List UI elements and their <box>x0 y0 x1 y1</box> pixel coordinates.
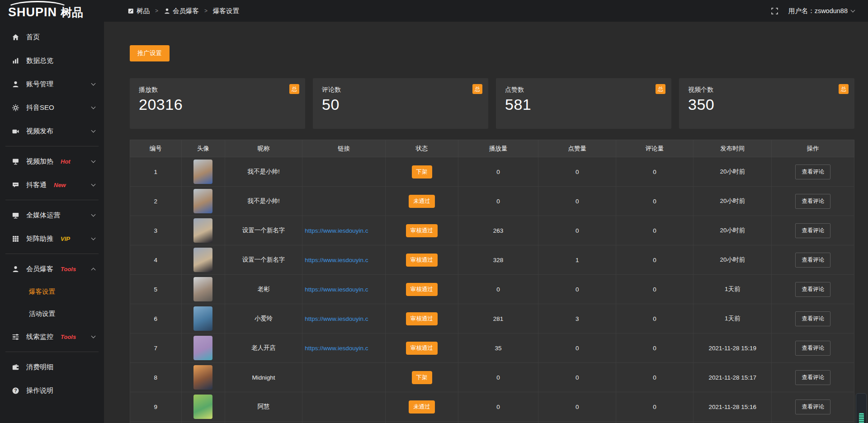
topbar-right: 用户名： zswodun88 <box>771 7 868 15</box>
sidebar-item-label: 会员爆客 <box>26 265 53 273</box>
breadcrumb-separator: > <box>204 8 208 14</box>
likes-count <box>538 422 616 423</box>
status-badge[interactable]: 审核通过 <box>406 224 438 237</box>
status-badge[interactable]: 下架 <box>412 165 432 179</box>
status-badge[interactable]: 审核通过 <box>406 342 438 355</box>
view-comments-button[interactable]: 查看评论 <box>795 400 830 414</box>
fullscreen-icon[interactable] <box>771 7 778 15</box>
row-id <box>130 422 182 423</box>
sidebar-item-视频加热[interactable]: 视频加热 Hot <box>0 150 104 173</box>
view-comments-button[interactable]: 查看评论 <box>795 370 830 385</box>
sidebar-item-抖客通[interactable]: 抖客通 New <box>0 173 104 197</box>
video-link[interactable]: https://www.iesdouyin.c <box>305 257 384 263</box>
svg-text:?: ? <box>14 388 17 393</box>
sidebar-item-label: 视频发布 <box>26 127 53 136</box>
sidebar-item-操作说明[interactable]: ? 操作说明 <box>0 379 104 402</box>
plays-count: 263 <box>458 216 538 245</box>
column-header: 状态 <box>386 140 458 157</box>
plays-count: 0 <box>458 275 538 304</box>
view-comments-button[interactable]: 查看评论 <box>795 223 830 238</box>
sidebar-item-数据总览[interactable]: 数据总览 <box>0 49 104 72</box>
column-header: 链接 <box>302 140 386 157</box>
avatar <box>193 306 212 331</box>
promotion-settings-button[interactable]: 推广设置 <box>130 45 170 61</box>
view-comments-button[interactable]: 查看评论 <box>795 253 830 268</box>
sidebar-item-label: 首页 <box>26 33 40 42</box>
table-row: 2 我不是小帅! 未通过 0 0 0 20小时前 查看评论 <box>130 187 854 216</box>
stat-label: 视频个数 <box>688 86 845 94</box>
logo-arc <box>6 1 69 16</box>
video-link[interactable]: https://www.iesdouyin.c <box>305 315 384 322</box>
chevron-down-icon <box>91 105 96 109</box>
chevron-down-icon <box>91 81 96 86</box>
sidebar-item-全媒体运营[interactable]: 全媒体运营 <box>0 203 104 227</box>
sidebar-item-线索监控[interactable]: 线索监控 Tools <box>0 325 104 348</box>
sidebar-item-抖音SEO[interactable]: 抖音SEO <box>0 96 104 119</box>
stat-label: 评论数 <box>322 86 479 94</box>
breadcrumb-separator: > <box>155 8 158 14</box>
table-row: 6 小爱玲 https://www.iesdouyin.c 审核通过 281 3… <box>130 304 854 334</box>
video-link[interactable]: https://www.iesdouyin.c <box>305 227 384 234</box>
breadcrumb-item-section[interactable]: 会员爆客 <box>164 7 199 15</box>
publish-time: 2021-11-28 15:19 <box>693 334 772 363</box>
sidebar-item-label: 操作说明 <box>26 386 53 395</box>
brand-logo[interactable]: SHUPIN 树品 <box>0 0 104 22</box>
avatar <box>193 218 212 243</box>
chevron-down-icon <box>91 236 96 240</box>
chevron-down-icon <box>91 334 96 338</box>
sidebar-item-label: 抖客通 <box>26 181 47 189</box>
status-badge[interactable]: 审核通过 <box>406 283 438 296</box>
plays-count <box>458 422 538 423</box>
sidebar-subitem-爆客设置[interactable]: 爆客设置 <box>0 281 104 303</box>
publish-time: 2021-11-28 15:16 <box>693 392 772 422</box>
video-link[interactable]: https://www.iesdouyin.c <box>305 286 384 293</box>
likes-count: 0 <box>538 157 616 187</box>
sidebar-item-矩阵助推[interactable]: 矩阵助推 VIP <box>0 227 104 250</box>
home-icon <box>12 33 19 41</box>
view-comments-button[interactable]: 查看评论 <box>795 311 830 326</box>
view-comments-button[interactable]: 查看评论 <box>795 194 830 209</box>
row-id: 8 <box>130 363 182 392</box>
publish-time: 20小时前 <box>693 187 772 216</box>
status-badge[interactable]: 未通过 <box>409 195 435 208</box>
status-badge[interactable]: 下架 <box>412 371 432 384</box>
publish-time: 2021-11-28 15:17 <box>693 363 772 392</box>
view-comments-button[interactable]: 查看评论 <box>795 341 830 356</box>
stat-value: 350 <box>688 96 845 113</box>
comments-count: 0 <box>616 275 693 304</box>
chevron-down-icon <box>91 159 96 163</box>
stat-label: 播放数 <box>139 86 296 94</box>
sidebar-item-label: 矩阵助推 <box>26 235 53 243</box>
nickname: 老人开店 <box>225 334 302 363</box>
status-badge[interactable]: 审核通过 <box>406 312 438 325</box>
nickname: 设置一个新名字 <box>225 245 302 275</box>
table-row: 3 设置一个新名字 https://www.iesdouyin.c 审核通过 2… <box>130 216 854 245</box>
view-comments-button[interactable]: 查看评论 <box>795 282 830 297</box>
breadcrumb-item-home[interactable]: 树品 <box>127 7 150 15</box>
table-row: 4 设置一个新名字 https://www.iesdouyin.c 审核通过 3… <box>130 245 854 275</box>
sidebar-item-首页[interactable]: 首页 <box>0 25 104 49</box>
videos-table: 编号头像昵称链接状态播放量点赞量评论量发布时间操作 1 我不是小帅! 下架 0 … <box>130 140 854 423</box>
status-badge[interactable]: 审核通过 <box>406 254 438 267</box>
sidebar-item-账号管理[interactable]: 账号管理 <box>0 72 104 96</box>
view-comments-button[interactable]: 查看评论 <box>795 164 830 179</box>
status-badge[interactable]: 未通过 <box>409 400 435 414</box>
publish-time <box>693 422 772 423</box>
nickname: Midnight <box>225 363 302 392</box>
stat-card-videos: 视频个数 350 总 <box>679 78 854 129</box>
screen-icon <box>12 158 19 165</box>
sidebar-divider <box>5 352 99 352</box>
video-link[interactable]: https://www.iesdouyin.c <box>305 345 384 352</box>
table-row: 9 阿慧 未通过 0 0 0 2021-11-28 15:16 查看评论 <box>130 392 854 422</box>
avatar <box>193 336 212 360</box>
column-header: 播放量 <box>458 140 538 157</box>
avatar <box>193 160 212 184</box>
sidebar-item-会员爆客[interactable]: 会员爆客 Tools <box>0 257 104 281</box>
sidebar-item-消费明细[interactable]: 消费明细 <box>0 355 104 379</box>
nickname: 我不是小帅! <box>225 157 302 187</box>
sidebar-subitem-活动设置[interactable]: 活动设置 <box>0 303 104 325</box>
scroll-indicator[interactable] <box>856 393 867 423</box>
sidebar-item-视频发布[interactable]: 视频发布 <box>0 119 104 143</box>
user-menu[interactable]: 用户名： zswodun88 <box>788 7 854 15</box>
sidebar-item-label: 抖音SEO <box>26 103 54 112</box>
